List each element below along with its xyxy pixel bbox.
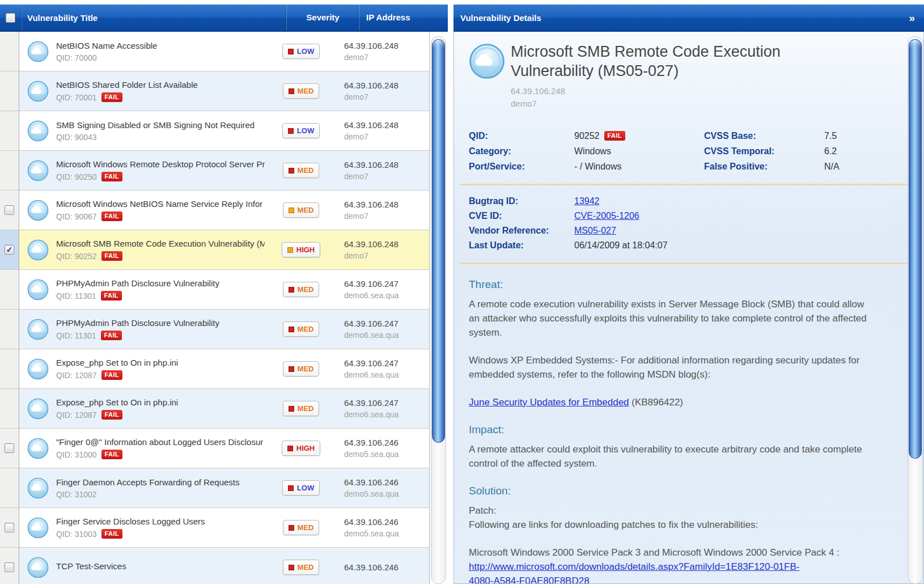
table-row[interactable]: SMB Signing Disabled or SMB Signing Not … [0,111,429,151]
table-row[interactable]: PHPMyAdmin Path Disclosure Vulnerability… [0,310,429,349]
table-row[interactable]: NetBIOS Name AccessibleQID: 70000LOW64.3… [0,32,429,71]
reference-link[interactable]: MS05-027 [574,223,616,238]
row-main: Expose_php Set to On in php.iniQID: 1208… [19,349,265,388]
column-header-severity[interactable]: Severity [286,5,359,31]
row-select-cell [0,71,19,111]
fail-badge: FAIL [101,331,122,340]
ip-address: 64.39.106.248 [344,200,429,209]
detail-field-row: CVSS Temporal:6.2 [704,143,840,159]
vulnerability-list-header: Vulnerability Title Severity IP Address [0,5,448,32]
ip-address: 64.39.106.247 [344,358,429,368]
severity-cell: MED [265,508,337,547]
qid-value: QID: 70000 [56,53,97,62]
left-scrollbar-thumb[interactable] [432,39,445,443]
table-row[interactable]: Finger Daemon Accepts Forwarding of Requ… [0,468,429,508]
severity-cell: MED [265,310,337,349]
row-qid: QID: 12087FAIL [56,410,178,420]
vulnerability-title: Microsoft Windows NetBIOS Name Service R… [56,199,262,209]
row-ip-cell: 64.39.106.246demo5.sea.qua [337,429,429,468]
fail-badge: FAIL [101,291,122,301]
severity-cell: MED [265,389,337,428]
qid-value: QID: 70001 [56,93,97,102]
row-qid: QID: 70000 [56,53,157,62]
row-select-cell [0,429,19,468]
fail-badge: FAIL [101,370,122,380]
table-row[interactable]: Expose_php Set to On in php.iniQID: 1208… [0,389,429,429]
vulnerability-title: SMB Signing Disabled or SMB Signing Not … [56,120,255,130]
vulnerability-title: TCP Test-Services [56,561,126,571]
row-select-cell [0,270,19,309]
table-row[interactable]: Microsoft Windows NetBIOS Name Service R… [0,191,429,230]
severity-badge: MED [283,321,320,337]
solution-section: Solution: Patch: Following are links for… [469,485,923,584]
severity-badge: MED [283,83,320,99]
ip-address: 64.39.106.247 [344,279,429,289]
cloud-icon [27,279,49,301]
severity-square-icon [287,446,293,451]
qid-value: QID: 31002 [56,490,97,499]
threat-paragraph: Windows XP Embedded Systems:- For additi… [469,353,875,382]
cloud-icon [27,41,49,62]
table-row[interactable]: Microsoft Windows Remote Desktop Protoco… [0,151,429,191]
row-text: TCP Test-Services [56,561,126,574]
ip-address: 64.39.106.246 [344,477,429,487]
row-checkbox-checked[interactable] [5,245,14,255]
column-header-ip[interactable]: IP Address [359,5,448,31]
detail-field-label: QID: [469,128,574,143]
table-row[interactable]: Finger Service Discloses Logged UsersQID… [0,508,429,548]
reference-link[interactable]: 13942 [574,194,600,209]
qid-value: QID: 90043 [56,133,97,142]
table-row[interactable]: TCP Test-ServicesMED64.39.106.246 [0,548,429,584]
severity-cell: HIGH [265,429,337,468]
row-checkbox-unchecked[interactable] [5,523,14,532]
row-checkbox-unchecked[interactable] [5,562,14,572]
row-checkbox-unchecked[interactable] [5,443,14,453]
table-row[interactable]: Microsoft SMB Remote Code Execution Vuln… [0,230,429,270]
row-text: Expose_php Set to On in php.iniQID: 1208… [56,397,178,420]
right-scrollbar-thumb[interactable] [909,39,922,459]
severity-square-icon [288,485,294,491]
row-text: PHPMyAdmin Path Disclosure Vulnerability… [56,278,219,301]
fail-badge: FAIL [101,410,122,420]
table-row[interactable]: Expose_php Set to On in php.iniQID: 1208… [0,349,429,389]
row-qid: QID: 90250FAIL [56,172,265,181]
severity-badge: MED [283,163,320,178]
solution-patch-label: Patch: [469,505,496,516]
detail-field-value: - / Windows [574,159,622,174]
row-select-cell [0,468,19,507]
ip-address: 64.39.106.248 [344,81,429,90]
right-scrollbar-track[interactable] [908,36,923,584]
row-main: NetBIOS Name AccessibleQID: 70000 [19,32,265,71]
select-all-checkbox[interactable] [6,13,15,23]
left-scrollbar-track[interactable] [431,36,446,584]
row-ip-cell: 64.39.106.247demo6.sea.qua [337,349,429,388]
detail-field-value: 6.2 [824,143,837,159]
detail-field-value-text: 6.2 [824,143,837,159]
row-select-cell [0,230,19,269]
qid-value: QID: 11301 [56,291,96,301]
table-row[interactable]: PHPMyAdmin Path Disclosure Vulnerability… [0,270,429,310]
solution-download-link[interactable]: http://www.microsoft.com/downloads/detai… [469,560,875,584]
severity-cell: LOW [265,468,337,507]
detail-field-label: CVSS Temporal: [704,143,824,159]
reference-row: Bugtraq ID:13942 [469,194,923,209]
row-select-cell [0,548,19,584]
column-header-title[interactable]: Vulnerability Title [22,13,286,23]
fail-badge: FAIL [604,131,625,141]
threat-kb-link[interactable]: June Security Updates for Embedded [469,397,629,408]
ip-address: 64.39.106.248 [344,160,429,170]
detail-field-value-text: 90252 [574,128,600,143]
qid-value: QID: 12087 [56,371,97,380]
vulnerability-title: Expose_php Set to On in php.ini [56,358,178,367]
impact-section: Impact: A remote attacker could exploit … [469,424,923,471]
table-row[interactable]: "Finger 0@" Information about Logged Use… [0,429,429,468]
cloud-icon [27,358,49,380]
collapse-panel-icon[interactable]: » [909,12,915,23]
table-row[interactable]: NetBIOS Shared Folder List AvailableQID:… [0,71,429,111]
row-ip-cell: 64.39.106.248demo7 [337,32,429,71]
reference-row: CVE ID:CVE-2005-1206 [469,209,923,223]
reference-link[interactable]: CVE-2005-1206 [574,209,639,223]
severity-cell: MED [265,548,337,584]
hostname: demo7 [344,53,429,62]
row-checkbox-unchecked[interactable] [5,205,14,215]
